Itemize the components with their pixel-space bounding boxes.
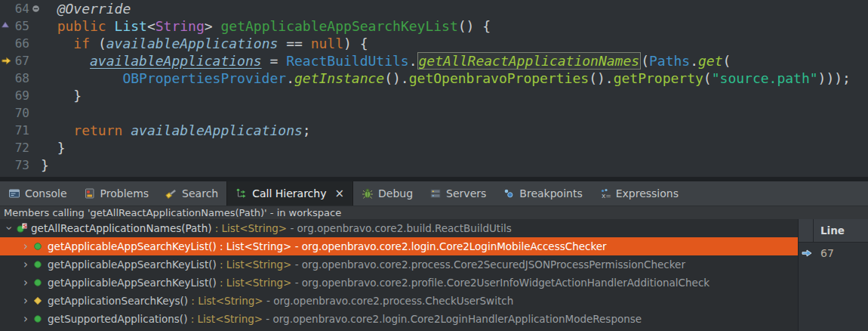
call-hierarchy-description: Members calling 'getAllReactApplicationN… <box>0 206 868 219</box>
call-hierarchy-row[interactable]: ›getApplicableAppSearchKeyList() : List<… <box>0 237 868 255</box>
editor-margin <box>0 17 10 35</box>
close-tab-icon[interactable]: × <box>334 187 344 200</box>
fold-margin <box>29 104 41 122</box>
member-return-type: : List<String> <box>217 240 292 252</box>
code-line-text: @Override <box>41 0 868 17</box>
code-line: 65 public List<String> getApplicableAppS… <box>0 17 868 35</box>
tab-console[interactable]: Console <box>0 181 75 206</box>
tab-breakpoints[interactable]: Breakpoints <box>494 181 590 206</box>
chevron-right-icon[interactable]: › <box>20 274 32 292</box>
editor-margin <box>0 104 10 122</box>
breakpoints-icon <box>503 187 515 200</box>
code-editor[interactable]: 64 @Override65 public List<String> getAp… <box>0 0 868 177</box>
call-hierarchy-row[interactable]: ›getApplicableAppSearchKeyList() : List<… <box>0 255 868 274</box>
line-number: 73 <box>10 156 29 174</box>
tab-expressions[interactable]: x=Expressions <box>591 181 687 206</box>
code-line: 67 availableApplications = ReactBuildUti… <box>0 52 868 70</box>
chevron-right-icon[interactable]: › <box>20 310 32 328</box>
tab-servers[interactable]: Servers <box>421 181 494 206</box>
line-number: 67 <box>10 52 29 70</box>
code-line-text: } <box>41 87 868 104</box>
fold-margin <box>29 139 41 156</box>
line-column: Line 67 <box>798 219 868 331</box>
tab-label: Breakpoints <box>519 187 582 200</box>
tab-call-hierarchy[interactable]: Call Hierarchy× <box>226 181 353 206</box>
fold-margin <box>29 35 41 52</box>
code-line: 66 if (availableApplications == null) { <box>0 35 868 52</box>
line-number: 68 <box>10 70 29 87</box>
code-line: 73} <box>0 156 868 174</box>
line-number: 65 <box>10 17 29 35</box>
member-return-type: : List<String> <box>217 277 292 289</box>
public-method-icon <box>32 240 44 252</box>
fold-margin <box>29 52 41 70</box>
public-method-icon <box>32 313 44 325</box>
line-column-corner <box>799 219 814 242</box>
line-number: 71 <box>10 122 29 139</box>
line-number-row: 67 <box>799 244 868 262</box>
goto-line-arrow-icon <box>801 247 813 259</box>
member-declaring-class: - org.openbravo.core2.login.Core2LoginMo… <box>291 240 606 252</box>
member-name: getSupportedApplications() <box>48 313 187 325</box>
tab-label: Servers <box>446 187 486 200</box>
editor-margin <box>0 87 10 104</box>
debug-icon <box>362 187 374 200</box>
call-hierarchy-row[interactable]: ›SgetAllReactApplicationNames(Path) : Li… <box>0 219 868 237</box>
call-hierarchy-tree: ›SgetAllReactApplicationNames(Path) : Li… <box>0 219 868 331</box>
code-line-text: if (availableApplications == null) { <box>41 35 868 52</box>
editor-margin <box>0 139 10 156</box>
console-icon <box>8 187 20 200</box>
line-number: 69 <box>10 87 29 104</box>
code-line-text: OBPropertiesProvider.getInstance().getOp… <box>41 70 868 87</box>
tab-problems[interactable]: Problems <box>75 181 158 206</box>
tab-debug[interactable]: Debug <box>353 181 421 206</box>
fold-margin <box>29 17 41 35</box>
line-number: 64 <box>10 0 29 17</box>
editor-margin <box>0 35 10 52</box>
call-hierarchy-row[interactable]: ›getApplicationSearchKeys() : List<Strin… <box>0 292 868 310</box>
chevron-right-icon[interactable]: › <box>20 292 32 310</box>
member-return-type: : List<String> <box>211 222 287 234</box>
problems-icon <box>84 187 96 200</box>
chevron-down-icon[interactable]: › <box>0 222 18 234</box>
search-icon <box>165 187 177 200</box>
call-hierarchy-row[interactable]: ›getSupportedApplications() : List<Strin… <box>0 310 868 328</box>
member-declaring-class: - org.openbravo.core2.login.Core2LoginHa… <box>263 313 642 325</box>
member-return-type: : List<String> <box>188 295 263 307</box>
code-line: 71 return availableApplications; <box>0 122 868 139</box>
public-method-icon <box>32 277 44 289</box>
code-line-text: } <box>41 156 868 174</box>
member-declaring-class: - org.openbravo.core2.process.Core2Secur… <box>291 258 685 271</box>
bottom-panel-tab-bar: ConsoleProblemsSearchCall Hierarchy×Debu… <box>0 181 868 206</box>
public-method-icon <box>32 258 44 271</box>
member-return-type: : List<String> <box>187 313 263 325</box>
member-name: getApplicableAppSearchKeyList() <box>48 240 217 252</box>
editor-margin <box>0 122 10 139</box>
fold-margin <box>29 70 41 87</box>
code-line-text: return availableApplications; <box>41 122 868 139</box>
code-line-text <box>41 104 868 122</box>
line-number: 66 <box>10 35 29 52</box>
editor-margin <box>0 70 10 87</box>
call-hierarchy-row[interactable]: ›getApplicableAppSearchKeyList() : List<… <box>0 274 868 292</box>
protected-method-icon <box>32 295 44 307</box>
member-declaring-class: - org.openbravo.core2.process.CheckUserS… <box>263 295 514 307</box>
member-name: getApplicableAppSearchKeyList() <box>48 258 217 271</box>
fold-margin <box>29 87 41 104</box>
member-return-type: : List<String> <box>217 258 292 271</box>
line-number-value: 67 <box>820 247 834 259</box>
member-declaring-class: - org.openbravo.core2.profile.Core2UserI… <box>291 277 709 289</box>
tab-search[interactable]: Search <box>157 181 226 206</box>
tab-label: Console <box>25 187 67 200</box>
line-column-header[interactable]: Line <box>799 219 868 243</box>
chevron-right-icon[interactable]: › <box>20 255 32 274</box>
chevron-right-icon[interactable]: › <box>20 237 32 255</box>
line-number: 70 <box>10 104 29 122</box>
code-line: 69 } <box>0 87 868 104</box>
line-number: 72 <box>10 139 29 156</box>
call-hierarchy-icon <box>235 187 248 200</box>
tab-label: Search <box>182 187 218 200</box>
editor-margin <box>0 156 10 174</box>
code-line-text: availableApplications = ReactBuildUtils.… <box>41 52 868 70</box>
servers-icon <box>429 187 442 200</box>
